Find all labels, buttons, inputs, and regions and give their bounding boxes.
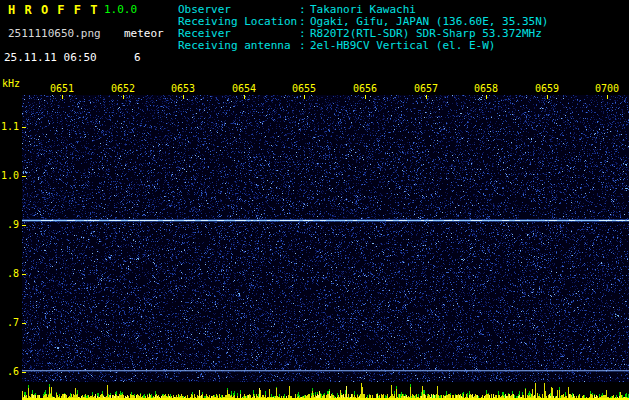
info-label: Receiving antenna <box>178 40 299 52</box>
observation-start-time: 25.11.11 06:50 <box>4 52 97 64</box>
y-axis-tick-label: .7 <box>0 317 19 328</box>
x-axis-tick-label: 0657 <box>412 83 440 94</box>
output-filename: 2511110650.png <box>8 28 101 40</box>
y-axis-tick-label: .6 <box>0 366 19 377</box>
y-axis-tick-label: .9 <box>0 219 19 230</box>
y-axis-tick-label: 1.1 <box>0 121 19 132</box>
x-axis-tick-label: 0655 <box>290 83 318 94</box>
mode-label: meteor <box>124 28 164 40</box>
info-value: 2el-HB9CV Vertical (el. E-W) <box>310 39 495 52</box>
y-axis-unit-label: kHz <box>2 78 20 89</box>
x-axis-tick-label: 0653 <box>169 83 197 94</box>
x-axis-tick-label: 0654 <box>230 83 258 94</box>
app-title: H R O F F T <box>8 3 98 17</box>
spectrogram-canvas <box>22 95 629 382</box>
hrofft-window: H R O F F T 1.0.0 2511110650.png meteor … <box>0 0 629 400</box>
app-version: 1.0.0 <box>104 4 137 16</box>
y-axis-tick-label: .8 <box>0 268 19 279</box>
signal-level-strip <box>22 383 629 400</box>
meteor-count: 6 <box>134 52 141 64</box>
observer-info-table: Observer:Takanori KawachiReceiving Locat… <box>178 4 548 52</box>
y-axis-tick-label: 1.0 <box>0 170 19 181</box>
x-axis-tick-label: 0658 <box>472 83 500 94</box>
x-axis-tick-label: 0700 <box>593 83 621 94</box>
x-axis-tick-label: 0651 <box>48 83 76 94</box>
info-colon: : <box>299 40 310 52</box>
x-axis-tick-label: 0652 <box>109 83 137 94</box>
x-axis-tick-label: 0659 <box>533 83 561 94</box>
x-axis-tick-label: 0656 <box>351 83 379 94</box>
info-row: Receiving antenna:2el-HB9CV Vertical (el… <box>178 40 548 52</box>
